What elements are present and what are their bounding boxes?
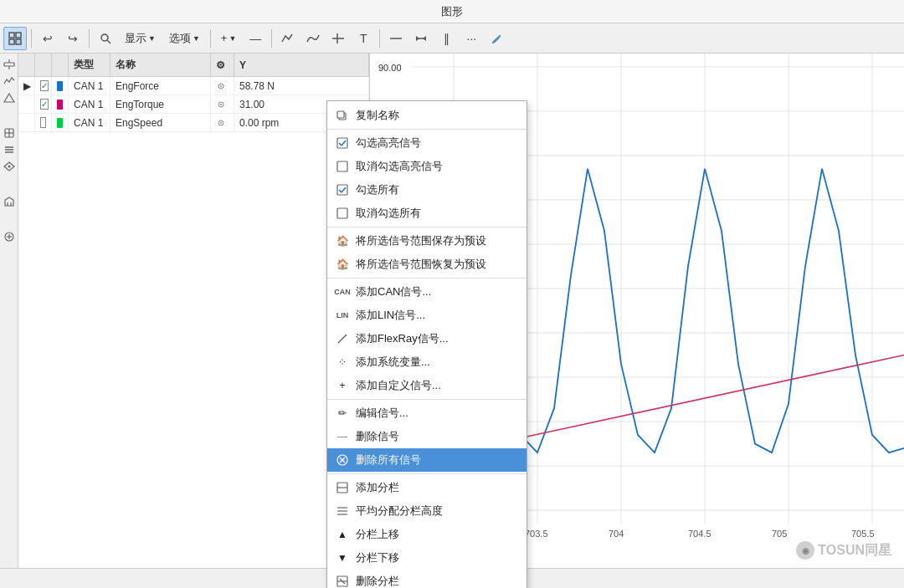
sep4 [271, 29, 272, 48]
menu-save-range[interactable]: 🏠 将所选信号范围保存为预设 [327, 229, 526, 253]
menu-unhighlight-label: 取消勾选高亮信号 [356, 159, 518, 174]
menu-pane-up-label: 分栏上移 [356, 527, 518, 542]
menu-delete-pane[interactable]: 删除分栏 [327, 570, 526, 588]
chevron-add-icon: ▼ [229, 34, 236, 43]
row1-settings[interactable] [211, 77, 234, 95]
row1-expand[interactable]: ▶ [18, 77, 35, 95]
col-header-y: Y [234, 54, 369, 76]
zoom-in-button[interactable] [384, 27, 408, 50]
menu-delete-all[interactable]: 删除所有信号 [327, 448, 526, 472]
sidebar-icon-3[interactable] [2, 90, 17, 105]
menu-restore-range[interactable]: 🏠 将所选信号范围恢复为预设 [327, 253, 526, 276]
row3-visible[interactable] [35, 114, 52, 131]
display-dropdown[interactable]: 显示 ▼ [119, 28, 162, 49]
row1-checkbox[interactable] [40, 80, 49, 91]
redo-button[interactable]: ↪ [61, 27, 85, 50]
sidebar-icon-8[interactable] [2, 229, 17, 244]
display-label: 显示 [125, 31, 146, 46]
menu-add-can[interactable]: CAN 添加CAN信号... [327, 280, 526, 304]
sidebar-icon-5[interactable] [2, 142, 17, 157]
svg-text:705: 705 [772, 529, 787, 539]
row3-settings[interactable] [211, 114, 234, 131]
menu-add-can-label: 添加CAN信号... [356, 284, 518, 299]
row2-settings[interactable] [211, 95, 234, 113]
arrow-button[interactable] [409, 27, 433, 50]
delete-pane-icon [336, 575, 349, 588]
chart-type1-button[interactable] [276, 27, 300, 50]
menu-pane-down[interactable]: ▼ 分栏下移 [327, 546, 526, 570]
svg-rect-73 [337, 208, 347, 218]
menu-copy-name-label: 复制名称 [356, 108, 518, 123]
brush-button[interactable] [485, 27, 508, 50]
watermark-text: TOSUN同星 [818, 542, 891, 560]
signal-row-1[interactable]: ▶ CAN 1 EngForce 58.78 N [18, 77, 369, 95]
menu-select-all-label: 勾选所有 [356, 182, 518, 197]
menu-add-lin[interactable]: LIN 添加LIN信号... [327, 304, 526, 327]
row2-type: CAN 1 [69, 95, 110, 113]
signal-row-3[interactable]: CAN 1 EngSpeed 0.00 rpm [18, 114, 369, 132]
title-bar: 图形 [0, 0, 904, 23]
menu-unhighlight[interactable]: 取消勾选高亮信号 [327, 155, 526, 178]
svg-point-25 [8, 166, 10, 168]
grid-button[interactable] [3, 27, 27, 50]
menu-pane-up[interactable]: ▲ 分栏上移 [327, 523, 526, 546]
menu-edit-signal[interactable]: ✏ 编辑信号... [327, 401, 526, 425]
row1-type: CAN 1 [69, 77, 110, 95]
custom-icon: + [336, 379, 349, 392]
text-button[interactable]: T [352, 27, 375, 50]
sidebar-icon-1[interactable] [2, 57, 17, 72]
options-label: 选项 [169, 31, 191, 46]
svg-point-32 [220, 85, 222, 87]
svg-rect-66 [337, 138, 347, 148]
pause-button[interactable]: ∥ [434, 27, 458, 50]
sidebar-icon-7[interactable] [2, 194, 17, 209]
menu-delete-signal[interactable]: — 删除信号 [327, 425, 526, 448]
add-dropdown[interactable]: + ▼ [215, 28, 243, 48]
menu-equalize-pane[interactable]: 平均分配分栏高度 [327, 499, 526, 523]
chart-type2-button[interactable] [301, 27, 325, 50]
sidebar-icon-2[interactable] [2, 74, 17, 89]
sidebar-icon-4[interactable] [2, 125, 17, 141]
sep3 [210, 29, 211, 48]
menu-pane-down-label: 分栏下移 [356, 550, 518, 565]
sidebar-icon-6[interactable] [2, 159, 17, 174]
chart-type3-button[interactable] [326, 27, 350, 50]
signal-panel: 类型 名称 ⚙ Y ▶ CAN 1 EngForce 58.78 N [18, 54, 370, 568]
menu-add-flexray[interactable]: 添加FlexRay信号... [327, 327, 526, 350]
svg-text:705.5: 705.5 [851, 529, 875, 539]
toolbar: ↩ ↪ 显示 ▼ 选项 ▼ + ▼ — T [0, 23, 904, 54]
menu-copy-name[interactable]: 复制名称 [327, 104, 526, 127]
menu-add-custom-label: 添加自定义信号... [356, 378, 518, 393]
menu-add-pane[interactable]: 添加分栏 [327, 476, 526, 499]
signal-row-2[interactable]: CAN 1 EngTorque 31.00 [18, 95, 369, 114]
search-button[interactable] [94, 27, 117, 50]
menu-select-all[interactable]: 勾选所有 [327, 178, 526, 202]
svg-rect-3 [16, 39, 21, 44]
row3-checkbox[interactable] [40, 117, 46, 128]
row3-expand [18, 114, 35, 131]
row3-color-dot [57, 118, 63, 128]
delete-all-icon [336, 453, 349, 467]
row1-visible[interactable] [35, 77, 52, 95]
svg-rect-2 [9, 39, 14, 44]
dots-button[interactable]: ··· [460, 27, 483, 50]
menu-highlight[interactable]: 勾选高亮信号 [327, 131, 526, 155]
delete-signal-icon: — [336, 430, 349, 443]
options-dropdown[interactable]: 选项 ▼ [163, 28, 206, 49]
svg-point-4 [101, 34, 108, 41]
col-header-vis [35, 54, 52, 76]
svg-text:704.5: 704.5 [688, 529, 711, 539]
context-menu: 复制名称 勾选高亮信号 取消勾选高亮信号 [326, 100, 527, 588]
row2-checkbox[interactable] [40, 99, 49, 110]
row1-color [52, 77, 69, 95]
menu-add-custom[interactable]: + 添加自定义信号... [327, 374, 526, 397]
undo-button[interactable]: ↩ [36, 27, 59, 50]
lin-icon: LIN [336, 309, 349, 322]
menu-add-sysvar[interactable]: ⁘ 添加系统变量... [327, 350, 526, 374]
menu-deselect-all[interactable]: 取消勾选所有 [327, 202, 526, 225]
svg-rect-65 [337, 111, 344, 118]
row2-visible[interactable] [35, 95, 52, 113]
watermark: ◉ TOSUN同星 [796, 541, 891, 560]
chevron-down-icon2: ▼ [193, 34, 200, 43]
remove-button[interactable]: — [244, 27, 267, 50]
